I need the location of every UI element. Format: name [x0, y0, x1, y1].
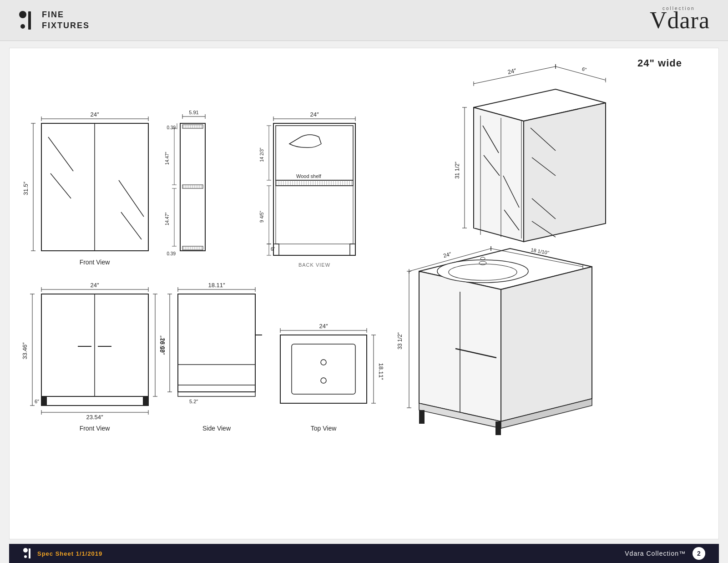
svg-marker-130	[524, 103, 606, 242]
svg-rect-183	[178, 294, 255, 392]
svg-rect-186	[178, 385, 255, 392]
svg-text:33.46″: 33.46″	[21, 342, 28, 360]
svg-text:14.47″: 14.47″	[165, 212, 170, 225]
main-content: 24" wide 24″ 31.5″ Front View	[9, 48, 719, 539]
fine-fixtures-icon	[18, 9, 36, 32]
svg-text:Top View: Top View	[311, 425, 337, 432]
svg-text:14.47″: 14.47″	[165, 152, 170, 165]
svg-text:18.11″: 18.11″	[378, 363, 384, 380]
svg-line-146	[556, 66, 606, 80]
footer-right: Vdara Collection™ 2	[625, 547, 705, 560]
svg-text:23.54″: 23.54″	[86, 414, 103, 421]
svg-point-1	[20, 24, 25, 29]
svg-line-9	[48, 137, 73, 171]
svg-rect-114	[276, 186, 353, 244]
svg-point-200	[321, 360, 326, 365]
svg-text:31.5″: 31.5″	[22, 182, 29, 195]
svg-text:5.2″: 5.2″	[189, 399, 198, 404]
svg-text:24″: 24″	[90, 282, 99, 289]
svg-point-210	[437, 260, 528, 283]
footer-page-number: 2	[693, 547, 705, 560]
footer-left: Spec Sheet 1/1/2019	[23, 548, 102, 559]
svg-rect-218	[419, 410, 425, 424]
svg-rect-113	[350, 244, 355, 255]
svg-point-0	[19, 11, 26, 18]
footer: Spec Sheet 1/1/2019 Vdara Collection™ 2	[9, 544, 719, 563]
svg-text:31 1/2": 31 1/2"	[454, 162, 460, 179]
svg-point-232	[23, 548, 28, 553]
technical-drawings: 24″ 31.5″ Front View 5.91 0.39	[10, 48, 719, 512]
svg-rect-164	[143, 396, 148, 406]
svg-rect-234	[29, 548, 30, 558]
brand-logo: FINE FIXTURES	[18, 9, 90, 32]
svg-text:Side View: Side View	[202, 425, 231, 432]
svg-text:6″: 6″	[581, 66, 587, 72]
svg-rect-162	[41, 396, 148, 406]
vdara-logo: collection Vdara	[650, 7, 710, 34]
svg-rect-74	[273, 123, 355, 255]
svg-text:6": 6"	[271, 247, 275, 252]
svg-text:0.39: 0.39	[167, 125, 176, 130]
svg-rect-76	[276, 180, 353, 186]
svg-text:14 2/3": 14 2/3"	[259, 147, 264, 162]
svg-text:0.39: 0.39	[167, 251, 176, 256]
svg-text:Front View: Front View	[80, 259, 111, 266]
svg-rect-199	[292, 344, 355, 394]
svg-point-201	[321, 378, 326, 383]
header: FINE FIXTURES collection Vdara	[0, 0, 728, 41]
svg-text:BACK VIEW: BACK VIEW	[298, 262, 330, 268]
svg-text:Front View: Front View	[80, 425, 111, 432]
svg-text:24″: 24″	[443, 251, 452, 259]
svg-rect-219	[495, 421, 501, 435]
svg-line-12	[121, 212, 142, 239]
svg-rect-2	[28, 11, 31, 30]
svg-text:5.91: 5.91	[189, 110, 198, 115]
svg-line-11	[119, 180, 144, 217]
svg-rect-163	[41, 396, 47, 406]
svg-line-10	[51, 173, 71, 198]
svg-text:24″: 24″	[90, 111, 99, 118]
svg-point-233	[24, 555, 27, 558]
svg-text:9 4/5": 9 4/5"	[259, 211, 264, 223]
svg-rect-198	[280, 335, 367, 403]
svg-marker-209	[501, 267, 592, 421]
footer-spec-date: Spec Sheet 1/1/2019	[37, 550, 102, 557]
svg-text:33 1/2": 33 1/2"	[397, 332, 403, 350]
footer-brand-icon	[23, 548, 32, 559]
svg-text:18.11″: 18.11″	[208, 282, 225, 289]
svg-text:24″: 24″	[507, 67, 517, 76]
footer-collection-name: Vdara Collection™	[625, 550, 686, 557]
brand-name: FINE FIXTURES	[42, 10, 90, 31]
svg-text:6″: 6″	[35, 399, 39, 404]
svg-text:24″: 24″	[319, 323, 328, 330]
svg-text:Wood  shelf: Wood shelf	[296, 173, 322, 179]
svg-text:25.91″: 25.91″	[159, 335, 166, 353]
svg-rect-75	[276, 126, 353, 180]
svg-text:24″: 24″	[310, 111, 318, 118]
svg-rect-187	[178, 392, 255, 396]
